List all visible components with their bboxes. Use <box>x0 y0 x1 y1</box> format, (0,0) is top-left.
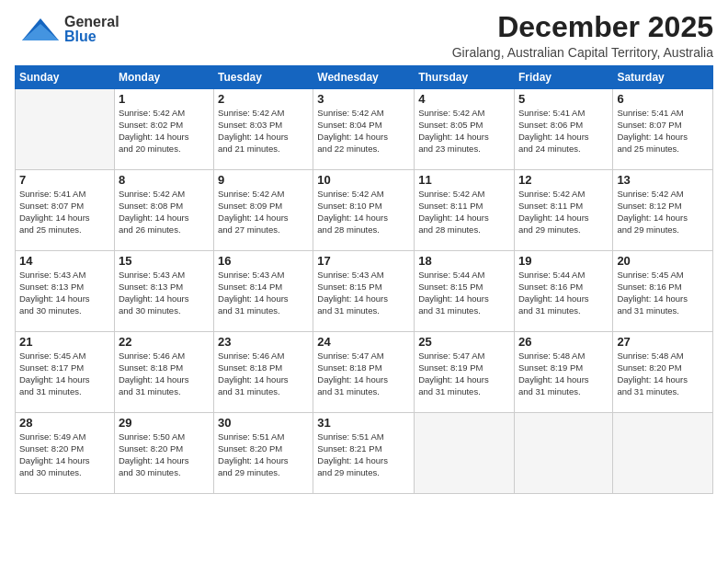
day-number: 25 <box>418 335 510 349</box>
table-row: 6Sunrise: 5:41 AM Sunset: 8:07 PM Daylig… <box>613 89 713 170</box>
table-row: 2Sunrise: 5:42 AM Sunset: 8:03 PM Daylig… <box>214 89 313 170</box>
day-info: Sunrise: 5:42 AM Sunset: 8:09 PM Dayligh… <box>218 189 309 236</box>
table-row: 20Sunrise: 5:45 AM Sunset: 8:16 PM Dayli… <box>613 251 713 332</box>
svg-marker-1 <box>22 24 59 40</box>
col-monday: Monday <box>114 66 213 89</box>
day-number: 24 <box>317 335 410 349</box>
day-number: 4 <box>418 92 510 106</box>
day-info: Sunrise: 5:45 AM Sunset: 8:16 PM Dayligh… <box>617 270 709 316</box>
day-info: Sunrise: 5:42 AM Sunset: 8:05 PM Dayligh… <box>418 108 510 155</box>
day-info: Sunrise: 5:42 AM Sunset: 8:03 PM Dayligh… <box>218 108 309 155</box>
col-thursday: Thursday <box>415 66 515 89</box>
table-row: 24Sunrise: 5:47 AM Sunset: 8:18 PM Dayli… <box>313 332 415 413</box>
day-info: Sunrise: 5:42 AM Sunset: 8:10 PM Dayligh… <box>317 189 410 236</box>
day-info: Sunrise: 5:51 AM Sunset: 8:21 PM Dayligh… <box>317 431 410 478</box>
logo-general-text: General <box>64 15 119 29</box>
table-row: 19Sunrise: 5:44 AM Sunset: 8:16 PM Dayli… <box>514 251 612 332</box>
table-row: 27Sunrise: 5:48 AM Sunset: 8:20 PM Dayli… <box>613 332 713 413</box>
day-number: 17 <box>317 254 410 268</box>
table-row <box>613 413 713 494</box>
table-row: 25Sunrise: 5:47 AM Sunset: 8:19 PM Dayli… <box>415 332 515 413</box>
table-row: 21Sunrise: 5:45 AM Sunset: 8:17 PM Dayli… <box>16 332 115 413</box>
table-row <box>415 413 515 494</box>
day-info: Sunrise: 5:42 AM Sunset: 8:08 PM Dayligh… <box>119 189 210 236</box>
day-number: 16 <box>218 254 309 268</box>
day-info: Sunrise: 5:44 AM Sunset: 8:16 PM Dayligh… <box>518 270 609 316</box>
day-info: Sunrise: 5:43 AM Sunset: 8:13 PM Dayligh… <box>19 270 110 316</box>
table-row: 12Sunrise: 5:42 AM Sunset: 8:11 PM Dayli… <box>514 170 612 251</box>
day-number: 5 <box>518 92 609 106</box>
day-info: Sunrise: 5:42 AM Sunset: 8:11 PM Dayligh… <box>518 189 609 236</box>
day-number: 11 <box>418 173 510 187</box>
table-row: 10Sunrise: 5:42 AM Sunset: 8:10 PM Dayli… <box>313 170 415 251</box>
day-info: Sunrise: 5:51 AM Sunset: 8:20 PM Dayligh… <box>218 431 309 478</box>
table-row: 1Sunrise: 5:42 AM Sunset: 8:02 PM Daylig… <box>114 89 213 170</box>
col-friday: Friday <box>514 66 612 89</box>
day-info: Sunrise: 5:48 AM Sunset: 8:20 PM Dayligh… <box>617 350 709 397</box>
day-info: Sunrise: 5:42 AM Sunset: 8:04 PM Dayligh… <box>317 108 410 155</box>
table-row <box>514 413 612 494</box>
table-row: 3Sunrise: 5:42 AM Sunset: 8:04 PM Daylig… <box>313 89 415 170</box>
day-number: 9 <box>218 173 309 187</box>
table-row <box>16 89 115 170</box>
month-title: December 2025 <box>452 11 713 43</box>
day-number: 7 <box>19 173 110 187</box>
day-info: Sunrise: 5:42 AM Sunset: 8:12 PM Dayligh… <box>617 189 709 236</box>
day-info: Sunrise: 5:43 AM Sunset: 8:15 PM Dayligh… <box>317 270 410 316</box>
day-info: Sunrise: 5:41 AM Sunset: 8:07 PM Dayligh… <box>19 189 110 236</box>
day-info: Sunrise: 5:45 AM Sunset: 8:17 PM Dayligh… <box>19 350 110 397</box>
table-row: 29Sunrise: 5:50 AM Sunset: 8:20 PM Dayli… <box>114 413 213 494</box>
table-row: 31Sunrise: 5:51 AM Sunset: 8:21 PM Dayli… <box>313 413 415 494</box>
table-row: 5Sunrise: 5:41 AM Sunset: 8:06 PM Daylig… <box>514 89 612 170</box>
table-row: 28Sunrise: 5:49 AM Sunset: 8:20 PM Dayli… <box>16 413 115 494</box>
day-info: Sunrise: 5:44 AM Sunset: 8:15 PM Dayligh… <box>418 270 510 316</box>
logo: General Blue <box>15 11 119 48</box>
day-number: 20 <box>617 254 709 268</box>
table-row: 18Sunrise: 5:44 AM Sunset: 8:15 PM Dayli… <box>415 251 515 332</box>
day-number: 29 <box>119 416 210 430</box>
day-number: 22 <box>119 335 210 349</box>
table-row: 8Sunrise: 5:42 AM Sunset: 8:08 PM Daylig… <box>114 170 213 251</box>
day-number: 21 <box>19 335 110 349</box>
day-number: 15 <box>119 254 210 268</box>
calendar-header-row: Sunday Monday Tuesday Wednesday Thursday… <box>16 66 713 89</box>
day-info: Sunrise: 5:41 AM Sunset: 8:07 PM Dayligh… <box>617 108 709 155</box>
page: General Blue December 2025 Giralang, Aus… <box>0 0 728 563</box>
table-row: 15Sunrise: 5:43 AM Sunset: 8:13 PM Dayli… <box>114 251 213 332</box>
day-number: 27 <box>617 335 709 349</box>
title-block: December 2025 Giralang, Australian Capit… <box>452 11 713 60</box>
day-number: 8 <box>119 173 210 187</box>
table-row: 9Sunrise: 5:42 AM Sunset: 8:09 PM Daylig… <box>214 170 313 251</box>
day-number: 26 <box>518 335 609 349</box>
table-row: 16Sunrise: 5:43 AM Sunset: 8:14 PM Dayli… <box>214 251 313 332</box>
calendar-table: Sunday Monday Tuesday Wednesday Thursday… <box>15 65 713 494</box>
day-info: Sunrise: 5:47 AM Sunset: 8:18 PM Dayligh… <box>317 350 410 397</box>
day-info: Sunrise: 5:41 AM Sunset: 8:06 PM Dayligh… <box>518 108 609 155</box>
table-row: 17Sunrise: 5:43 AM Sunset: 8:15 PM Dayli… <box>313 251 415 332</box>
calendar-week-4: 21Sunrise: 5:45 AM Sunset: 8:17 PM Dayli… <box>16 332 713 413</box>
col-saturday: Saturday <box>613 66 713 89</box>
day-number: 2 <box>218 92 309 106</box>
logo-icon <box>15 11 61 48</box>
table-row: 22Sunrise: 5:46 AM Sunset: 8:18 PM Dayli… <box>114 332 213 413</box>
col-tuesday: Tuesday <box>214 66 313 89</box>
day-info: Sunrise: 5:46 AM Sunset: 8:18 PM Dayligh… <box>119 350 210 397</box>
day-number: 30 <box>218 416 309 430</box>
day-info: Sunrise: 5:43 AM Sunset: 8:14 PM Dayligh… <box>218 270 309 316</box>
calendar-week-2: 7Sunrise: 5:41 AM Sunset: 8:07 PM Daylig… <box>16 170 713 251</box>
col-sunday: Sunday <box>16 66 115 89</box>
calendar-week-3: 14Sunrise: 5:43 AM Sunset: 8:13 PM Dayli… <box>16 251 713 332</box>
table-row: 23Sunrise: 5:46 AM Sunset: 8:18 PM Dayli… <box>214 332 313 413</box>
day-number: 3 <box>317 92 410 106</box>
day-info: Sunrise: 5:48 AM Sunset: 8:19 PM Dayligh… <box>518 350 609 397</box>
day-number: 6 <box>617 92 709 106</box>
day-info: Sunrise: 5:43 AM Sunset: 8:13 PM Dayligh… <box>119 270 210 316</box>
calendar-week-5: 28Sunrise: 5:49 AM Sunset: 8:20 PM Dayli… <box>16 413 713 494</box>
day-number: 13 <box>617 173 709 187</box>
table-row: 7Sunrise: 5:41 AM Sunset: 8:07 PM Daylig… <box>16 170 115 251</box>
table-row: 4Sunrise: 5:42 AM Sunset: 8:05 PM Daylig… <box>415 89 515 170</box>
col-wednesday: Wednesday <box>313 66 415 89</box>
table-row: 14Sunrise: 5:43 AM Sunset: 8:13 PM Dayli… <box>16 251 115 332</box>
table-row: 30Sunrise: 5:51 AM Sunset: 8:20 PM Dayli… <box>214 413 313 494</box>
day-number: 28 <box>19 416 110 430</box>
